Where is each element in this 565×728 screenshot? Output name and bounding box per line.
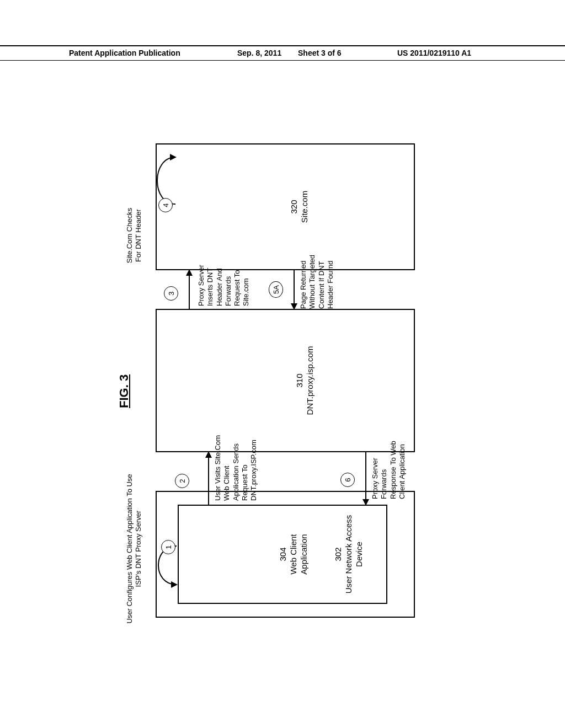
page: Patent Application Publication Sep. 8, 2…: [0, 0, 565, 728]
caption-step-2: User Visits Site.Com Web Client Applicat…: [214, 435, 258, 501]
svg-marker-1: [170, 154, 177, 160]
box-304-number: 304: [278, 547, 287, 561]
caption-step-6: Proxy Server Forwards Response To Web Cl…: [371, 438, 407, 499]
box-320-text: Site.com: [300, 191, 309, 223]
header-pub-number: US 2011/0219110 A1: [397, 49, 471, 57]
figure-label: FIG. 3: [117, 374, 131, 408]
step-circle-6: 6: [340, 473, 355, 487]
box-dnt-proxy: 310 DNT.proxy.isp.com: [156, 309, 415, 452]
header-publication-type: Patent Application Publication: [69, 49, 180, 57]
arrow-step-2: [208, 452, 209, 505]
diagram-rotation-wrapper: FIG. 3 302 User Network Access Device 30…: [282, 378, 283, 378]
box-310-label: 310 DNT.proxy.isp.com: [295, 310, 316, 451]
step-circle-1: 1: [161, 540, 175, 554]
figure-3-diagram: FIG. 3 302 User Network Access Device 30…: [117, 138, 448, 618]
step-circle-3: 3: [164, 286, 178, 301]
step-circle-4: 4: [158, 198, 173, 212]
caption-step-5a: Page Returned Without Targeted Content I…: [299, 245, 335, 309]
step-circle-5a: 5A: [269, 281, 283, 298]
arrow-step-3: [189, 270, 190, 309]
caption-step-1: User Configures Web Client Application T…: [125, 469, 143, 629]
caption-step-4: Site.Com Checks For DNT Header: [125, 205, 143, 266]
arrow-step-4: [140, 143, 179, 210]
box-304-text: Web Client Application: [289, 534, 308, 574]
arrow-step-6: [365, 452, 366, 505]
box-320-number: 320: [289, 200, 299, 213]
caption-step-3: Proxy Server Inserts DNT Header And Forw…: [197, 254, 251, 306]
box-304-label: 304 Web Client Application: [278, 506, 309, 603]
header-date: Sep. 8, 2011: [237, 49, 281, 57]
page-header: Patent Application Publication Sep. 8, 2…: [0, 45, 565, 61]
box-web-client-application: 304 Web Client Application: [178, 505, 387, 604]
box-site-com: 320 Site.com: [156, 143, 415, 270]
box-310-number: 310: [295, 373, 304, 387]
svg-marker-0: [171, 581, 178, 588]
box-310-text: DNT.proxy.isp.com: [305, 346, 315, 415]
step-circle-2: 2: [175, 474, 189, 488]
arrow-step-5a: [294, 270, 295, 309]
header-sheet: Sheet 3 of 6: [298, 49, 342, 57]
